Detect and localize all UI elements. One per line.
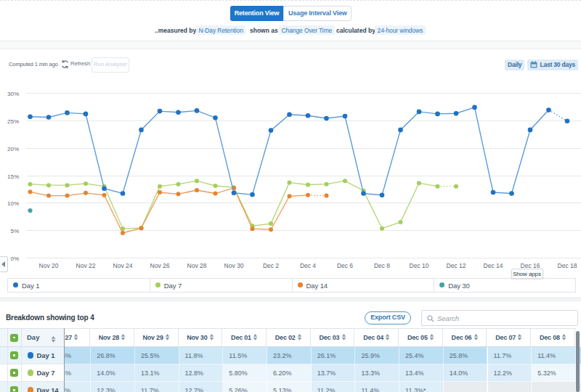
svg-text:20%: 20% — [7, 146, 19, 152]
svg-text:Nov 22: Nov 22 — [76, 262, 96, 269]
svg-text:5%: 5% — [10, 228, 19, 234]
svg-text:Dec 10: Dec 10 — [410, 262, 429, 269]
svg-text:15%: 15% — [7, 173, 19, 180]
svg-text:Nov 30: Nov 30 — [224, 262, 244, 269]
svg-text:Dec 12: Dec 12 — [447, 262, 466, 269]
svg-text:30%: 30% — [7, 91, 19, 97]
svg-text:Nov 26: Nov 26 — [150, 262, 170, 269]
svg-text:Dec 18: Dec 18 — [558, 262, 577, 269]
svg-text:10%: 10% — [7, 200, 19, 207]
svg-text:Dec 6: Dec 6 — [337, 262, 353, 269]
svg-text:Nov 20: Nov 20 — [39, 262, 59, 269]
svg-text:Dec 2: Dec 2 — [263, 262, 279, 269]
svg-text:0%: 0% — [10, 256, 19, 262]
svg-text:Dec 8: Dec 8 — [374, 262, 390, 269]
svg-text:Nov 24: Nov 24 — [113, 262, 133, 269]
svg-text:Dec 14: Dec 14 — [484, 262, 503, 269]
svg-text:Nov 28: Nov 28 — [187, 262, 207, 269]
svg-text:Dec 4: Dec 4 — [300, 262, 316, 269]
svg-text:25%: 25% — [7, 118, 19, 125]
